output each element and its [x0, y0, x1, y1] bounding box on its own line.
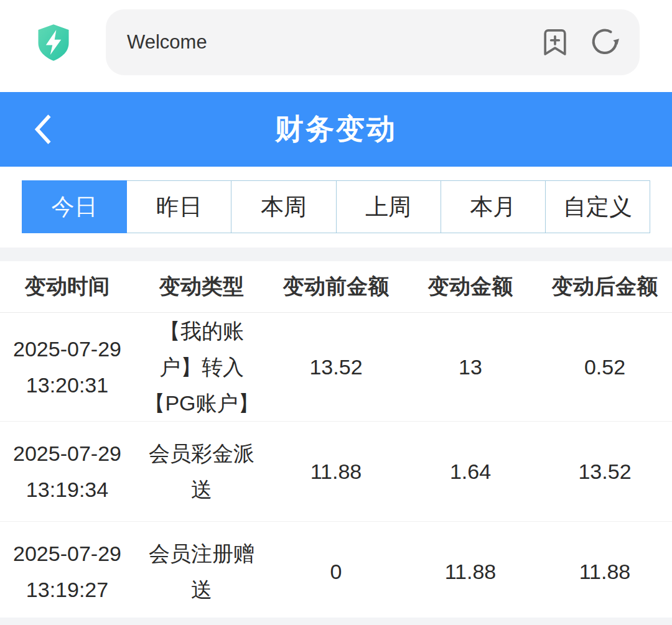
- reload-icon[interactable]: [589, 26, 621, 58]
- filter-tabs-container: 今日 昨日 本周 上周 本月 自定义: [0, 167, 672, 248]
- date: 2025-07-29: [5, 535, 129, 572]
- table-row: 2025-07-29 13:19:27 会员注册赠送 0 11.88 11.88: [0, 521, 672, 621]
- cell-change-time: 2025-07-29 13:19:27: [0, 521, 134, 621]
- tab-today[interactable]: 今日: [22, 180, 127, 233]
- cell-change-time: 2025-07-29 13:20:31: [0, 312, 134, 421]
- tab-this-week[interactable]: 本周: [231, 180, 336, 233]
- cell-change-amount: 11.88: [403, 521, 538, 621]
- date: 2025-07-29: [5, 331, 129, 367]
- cell-change-type: 会员注册赠送: [134, 521, 269, 621]
- table-row: 2025-07-29 13:19:34 会员彩金派送 11.88 1.64 13…: [0, 421, 672, 521]
- cell-amount-after: 0.52: [538, 312, 672, 421]
- address-bar[interactable]: Welcome: [106, 9, 640, 75]
- cell-change-amount: 13: [403, 312, 538, 421]
- back-button[interactable]: [25, 92, 62, 167]
- bottom-edge-band: [0, 618, 672, 625]
- section-divider-band: [0, 248, 672, 261]
- cell-amount-before: 13.52: [269, 312, 403, 421]
- bookmark-add-icon[interactable]: [539, 26, 571, 58]
- cell-amount-before: 11.88: [269, 421, 403, 521]
- tab-last-week[interactable]: 上周: [337, 180, 441, 233]
- cell-amount-before: 0: [269, 521, 403, 621]
- toolbar-divider-gap: [0, 84, 672, 92]
- col-change-type: 变动类型: [134, 261, 269, 312]
- table-header-row: 变动时间 变动类型 变动前金额 变动金额 变动后金额: [0, 261, 672, 312]
- app-header: 财务变动: [0, 92, 672, 167]
- col-amount-before: 变动前金额: [269, 261, 403, 312]
- cell-amount-after: 13.52: [538, 421, 672, 521]
- page-title: 财务变动: [275, 110, 397, 149]
- address-text: Welcome: [127, 31, 521, 53]
- tab-custom[interactable]: 自定义: [546, 180, 650, 233]
- shield-lightning-icon: [36, 23, 71, 62]
- date: 2025-07-29: [5, 435, 129, 471]
- cell-amount-after: 11.88: [538, 521, 672, 621]
- cell-change-type: 【我的账户】转入【PG账户】: [134, 312, 269, 421]
- table-row: 2025-07-29 13:20:31 【我的账户】转入【PG账户】 13.52…: [0, 312, 672, 421]
- page: Welcome 财务变动: [0, 0, 672, 625]
- time: 13:20:31: [5, 367, 129, 403]
- time: 13:19:34: [5, 471, 129, 507]
- cell-change-type: 会员彩金派送: [134, 421, 269, 521]
- transactions-table: 变动时间 变动类型 变动前金额 变动金额 变动后金额 2025-07-29 13…: [0, 261, 672, 621]
- filter-tabs: 今日 昨日 本周 上周 本月 自定义: [22, 180, 650, 233]
- cell-change-time: 2025-07-29 13:19:34: [0, 421, 134, 521]
- col-change-time: 变动时间: [0, 261, 134, 312]
- browser-toolbar: Welcome: [0, 0, 672, 84]
- time: 13:19:27: [5, 572, 129, 608]
- col-change-amount: 变动金额: [403, 261, 538, 312]
- cell-change-amount: 1.64: [403, 421, 538, 521]
- chevron-left-icon: [33, 111, 54, 147]
- tab-yesterday[interactable]: 昨日: [127, 180, 231, 233]
- tab-this-month[interactable]: 本月: [441, 180, 546, 233]
- col-amount-after: 变动后金额: [538, 261, 672, 312]
